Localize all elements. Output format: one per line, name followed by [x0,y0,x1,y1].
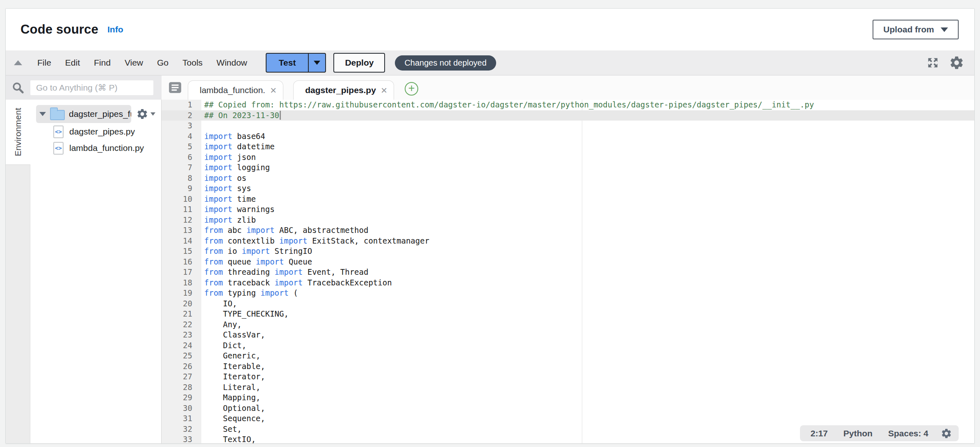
code-line-30[interactable]: 30 Optional, [162,403,974,414]
code-text: import base64 [201,131,265,142]
code-line-26[interactable]: 26 Iterable, [162,361,974,372]
code-line-15[interactable]: 15from io import StringIO [162,246,974,257]
code-text: import datetime [201,141,275,152]
tab-close-icon[interactable]: × [381,85,387,96]
tab-bar: lambda_function.×dagster_pipes.py× + [162,75,974,100]
code-line-3[interactable]: 3 [162,121,974,131]
python-file-icon: <> [53,142,64,155]
code-line-10[interactable]: 10import time [162,194,974,205]
code-line-24[interactable]: 24 Dict, [162,340,974,351]
menu-item-go[interactable]: Go [150,58,175,68]
code-text: from threading import Event, Thread [201,267,368,278]
line-number: 4 [162,131,201,142]
code-line-8[interactable]: 8import os [162,173,974,184]
text-cursor [280,111,281,120]
changes-not-deployed-badge: Changes not deployed [395,55,496,71]
info-link[interactable]: Info [107,25,123,34]
tree-folder-selected[interactable]: dagster_pipes_funct [36,105,131,123]
code-line-16[interactable]: 16from queue import Queue [162,257,974,267]
code-editor[interactable]: 1## Copied from: https://raw.githubuserc… [162,100,974,443]
code-text: Mapping, [201,392,260,403]
code-line-17[interactable]: 17from threading import Event, Thread [162,267,974,278]
line-number: 5 [162,141,201,152]
test-split-button[interactable]: Test [266,53,326,73]
line-number: 33 [162,434,201,443]
folder-expand-caret-icon[interactable] [39,112,46,116]
menu-items: FileEditFindViewGoToolsWindow [30,58,254,68]
code-line-20[interactable]: 20 IO, [162,299,974,309]
line-number: 15 [162,246,201,257]
editor-settings-gear-icon[interactable] [941,428,952,439]
code-line-29[interactable]: 29 Mapping, [162,392,974,403]
code-text: Dict, [201,340,246,351]
code-line-25[interactable]: 25 Generic, [162,351,974,361]
new-tab-button[interactable]: + [405,82,418,96]
folder-name: dagster_pipes_funct [69,109,131,119]
code-line-4[interactable]: 4import base64 [162,131,974,142]
code-line-21[interactable]: 21 TYPE_CHECKING, [162,309,974,319]
card-header: Code source Info Upload from [6,9,974,50]
upload-from-button[interactable]: Upload from [873,20,959,39]
indentation-setting[interactable]: Spaces: 4 [888,429,928,438]
menu-item-edit[interactable]: Edit [58,58,87,68]
code-line-7[interactable]: 7import logging [162,162,974,173]
line-number: 1 [162,100,201,110]
tree-file-lambda_function.py[interactable]: <>lambda_function.py [36,140,161,156]
line-number: 29 [162,392,201,403]
fullscreen-expand-icon[interactable] [927,57,939,69]
code-line-18[interactable]: 18from traceback import TracebackExcepti… [162,278,974,288]
editor-tab-lambda_function[interactable]: lambda_function.× [188,80,283,100]
line-number: 17 [162,267,201,278]
language-mode[interactable]: Python [843,429,873,438]
tab-label: dagster_pipes.py [305,85,376,95]
environment-tab[interactable]: Environment [6,100,30,164]
open-files-list-icon[interactable] [168,81,182,96]
code-line-23[interactable]: 23 ClassVar, [162,330,974,340]
line-number: 21 [162,309,201,319]
page-title: Code source [21,22,98,37]
collapse-panel-button[interactable] [6,60,30,65]
line-number: 8 [162,173,201,184]
deploy-button[interactable]: Deploy [333,53,385,73]
code-text: import os [201,173,246,184]
tab-close-icon[interactable]: × [270,85,276,96]
code-line-28[interactable]: 28 Literal, [162,382,974,393]
code-text: Set, [201,424,242,435]
test-dropdown-button[interactable] [308,54,325,72]
code-line-5[interactable]: 5import datetime [162,141,974,152]
menu-item-tools[interactable]: Tools [175,58,210,68]
sidebar-body: Environment dagster_pipes_funct [6,100,162,443]
menu-item-find[interactable]: Find [87,58,118,68]
line-number: 28 [162,382,201,393]
tree-file-dagster_pipes.py[interactable]: <>dagster_pipes.py [36,123,161,140]
test-button-label[interactable]: Test [267,54,308,72]
code-line-27[interactable]: 27 Iterator, [162,372,974,382]
code-line-22[interactable]: 22 Any, [162,319,974,330]
code-text: import warnings [201,204,275,215]
code-line-2[interactable]: 2## On 2023-11-30 [162,110,974,121]
file-name: dagster_pipes.py [69,127,135,137]
code-line-11[interactable]: 11import warnings [162,204,974,215]
settings-gear-icon[interactable] [949,55,964,71]
code-line-31[interactable]: 31 Sequence, [162,413,974,424]
code-line-12[interactable]: 12import zlib [162,215,974,226]
go-to-anything-input[interactable] [30,80,153,95]
line-number: 18 [162,278,201,288]
code-text: Optional, [201,403,265,414]
search-icon[interactable] [6,82,30,94]
menu-item-view[interactable]: View [118,58,150,68]
code-line-19[interactable]: 19from typing import ( [162,288,974,299]
cursor-position[interactable]: 2:17 [811,429,828,438]
code-line-13[interactable]: 13from abc import ABC, abstractmethod [162,225,974,236]
menu-item-window[interactable]: Window [210,58,254,68]
code-line-1[interactable]: 1## Copied from: https://raw.githubuserc… [162,100,974,110]
line-number: 27 [162,372,201,382]
code-line-6[interactable]: 6import json [162,152,974,163]
code-line-9[interactable]: 9import sys [162,183,974,194]
menu-item-file[interactable]: File [30,58,58,68]
code-text: from queue import Queue [201,257,312,267]
code-line-14[interactable]: 14from contextlib import ExitStack, cont… [162,236,974,246]
editor-tab-dagster_pipes.py[interactable]: dagster_pipes.py× [293,80,394,100]
line-number: 19 [162,288,201,299]
tree-settings-gear-icon[interactable] [136,108,155,120]
